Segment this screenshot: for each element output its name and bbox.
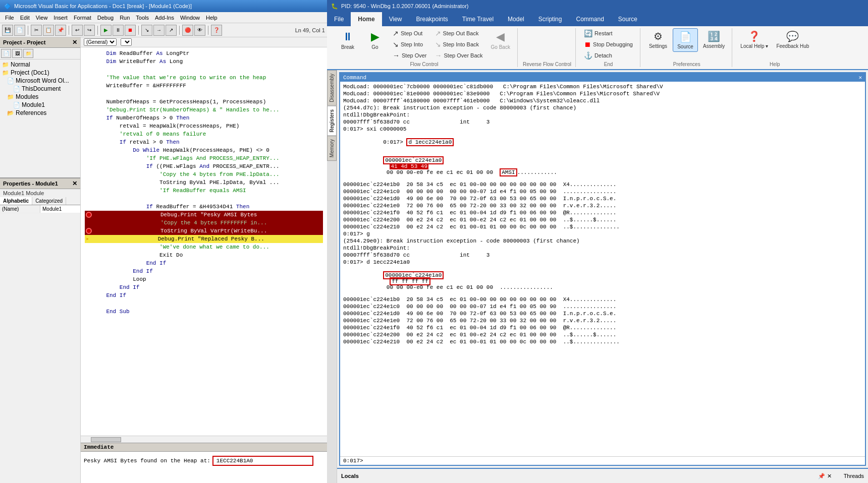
menu-insert[interactable]: Insert xyxy=(50,14,71,22)
toolbar-undo[interactable]: ↩ xyxy=(72,25,83,36)
project-toggle-folders[interactable]: 📁 xyxy=(23,49,33,58)
vba-window: 🔷 Microsoft Visual Basic for Application… xyxy=(0,0,327,483)
menu-tools[interactable]: Tools xyxy=(133,14,152,22)
tab-source[interactable]: Source xyxy=(611,12,644,26)
tree-node-modules[interactable]: 📁 Modules xyxy=(1,93,79,101)
step-into-back-button[interactable]: ↘ Step Into Back xyxy=(432,39,486,49)
menu-format[interactable]: Format xyxy=(71,14,94,22)
go-back-label: Go Back xyxy=(491,44,510,50)
tree-node-thisdocument[interactable]: 📄 ThisDocument xyxy=(1,85,79,93)
go-button[interactable]: ▶ Go xyxy=(362,28,388,52)
tree-node-normal[interactable]: 📁 Normal xyxy=(1,61,79,69)
tab-home[interactable]: Home xyxy=(351,12,382,26)
tree-node-references[interactable]: 📂 References xyxy=(1,109,79,117)
props-tab-alphabetic[interactable]: Alphabetic xyxy=(0,197,32,205)
code-line: End If xyxy=(85,259,323,267)
code-selector-right[interactable] xyxy=(121,38,132,46)
feedback-hub-button[interactable]: 💬 Feedback Hub xyxy=(773,28,812,51)
step-out-button[interactable]: ↗ Step Out xyxy=(390,28,430,38)
toolbar-step-over[interactable]: → xyxy=(153,25,165,36)
toolbar-watch[interactable]: 👁 xyxy=(194,25,205,36)
menu-file[interactable]: File xyxy=(2,14,17,22)
toolbar-paste[interactable]: 📌 xyxy=(55,25,66,36)
stop-debug-button[interactable]: ⏹ Stop Debugging xyxy=(581,39,636,49)
cmd-line: ModLoad: 00007fff`46180000 00007fff`461e… xyxy=(343,98,862,105)
source-button[interactable]: 📄 Source xyxy=(673,28,698,52)
step-over-back-button[interactable]: → Step Over Back xyxy=(432,50,486,61)
toolbar-pause[interactable]: ⏸ xyxy=(113,25,124,36)
step-into-button[interactable]: ↘ Step Into xyxy=(390,39,430,49)
props-tab-categorized[interactable]: Categorized xyxy=(32,197,66,205)
code-selector-left[interactable]: (General) xyxy=(84,38,117,46)
menu-help[interactable]: Help xyxy=(203,14,221,22)
menu-addins[interactable]: Add-Ins xyxy=(152,14,177,22)
tab-model[interactable]: Model xyxy=(501,12,531,26)
vba-menu-bar: File Edit View Insert Format Debug Run T… xyxy=(0,12,327,23)
project-view-object[interactable]: 🖼 xyxy=(12,49,22,58)
local-help-button[interactable]: ❓ Local Help ▾ xyxy=(737,28,771,51)
code-line: Do While HeapWalk(ProcessHeaps, PHE) <> … xyxy=(85,146,323,154)
menu-window[interactable]: Window xyxy=(177,14,203,22)
step-into-icon: ↘ xyxy=(393,40,399,48)
detach-label: Detach xyxy=(594,52,612,58)
tab-timetravel[interactable]: Time Travel xyxy=(455,12,501,26)
toolbar-save[interactable]: 💾 xyxy=(2,25,13,36)
cmd-dump-line: 000001ec`c224e200 00 e2 24 c2 ec 01 00-e… xyxy=(343,217,862,224)
ribbon-content: ⏸ Break ▶ Go ↗ Step Out xyxy=(327,26,868,69)
project-view-code[interactable]: 📄 xyxy=(1,49,11,58)
immediate-text: Pesky AMSI Bytes found on the Heap at: xyxy=(84,458,210,464)
menu-debug[interactable]: Debug xyxy=(94,14,117,22)
code-line: End If xyxy=(85,291,323,299)
ribbon-group-end: 🔄 Restart ⏹ Stop Debugging ⚓ Detach xyxy=(577,28,640,67)
bottom-close-icon[interactable]: ✕ xyxy=(827,473,832,479)
toolbar-help[interactable]: ❓ xyxy=(211,25,222,36)
toolbar-step-into[interactable]: ↘ xyxy=(141,25,152,36)
tree-node-module1[interactable]: 📄 Module1 xyxy=(1,101,79,109)
toolbar-cut[interactable]: ✂ xyxy=(31,25,42,36)
cmd-body[interactable]: ModLoad: 0000001ec`7cb0000 0000001ec`c81… xyxy=(340,82,865,456)
tab-scripting[interactable]: Scripting xyxy=(531,12,569,26)
step-into-back-label: Step Into Back xyxy=(443,41,479,47)
props-close-button[interactable]: ✕ xyxy=(72,180,77,187)
props-name-val[interactable]: Module1 xyxy=(40,205,80,213)
toolbar-run[interactable]: ▶ xyxy=(100,25,112,36)
code-line: 'If ReadBuffer equals AMSI xyxy=(85,187,323,195)
cmd-final-prompt: 0:017> xyxy=(343,458,363,464)
assembly-button[interactable]: 🔢 Assembly xyxy=(700,28,728,51)
break-button[interactable]: ⏸ Break xyxy=(335,28,360,52)
toolbar-redo[interactable]: ↪ xyxy=(84,25,95,36)
toolbar-stop[interactable]: ⏹ xyxy=(125,25,136,36)
project-close-button[interactable]: ✕ xyxy=(72,39,77,46)
cmd-dump-line: 000001ec`c224e1b0 20 58 34 c5 ec 01 00-0… xyxy=(343,182,862,189)
tree-node-msword[interactable]: 📄 Microsoft Word Ol... xyxy=(1,77,79,85)
vba-title-bar: 🔷 Microsoft Visual Basic for Application… xyxy=(0,0,327,12)
settings-button[interactable]: ⚙ Settings xyxy=(645,28,671,51)
menu-run[interactable]: Run xyxy=(117,14,133,22)
code-scrollbar-h[interactable] xyxy=(81,436,327,443)
bottom-pin-icon[interactable]: 📌 xyxy=(818,473,825,479)
tab-file[interactable]: File xyxy=(327,12,351,26)
detach-button[interactable]: ⚓ Detach xyxy=(581,50,636,61)
toolbar-new[interactable]: 📄 xyxy=(14,25,25,36)
menu-edit[interactable]: Edit xyxy=(17,14,33,22)
go-back-button[interactable]: ◀ Go Back xyxy=(488,28,513,52)
tab-command[interactable]: Command xyxy=(569,12,611,26)
tab-view[interactable]: View xyxy=(382,12,409,26)
code-editor[interactable]: (General) Dim ReadBuffer As LongPtr Dim … xyxy=(81,37,327,483)
code-content[interactable]: Dim ReadBuffer As LongPtr Dim WriteBuffe… xyxy=(81,47,327,436)
cmd-input[interactable] xyxy=(365,458,862,464)
side-tab-memory[interactable]: Memory xyxy=(327,136,337,161)
cmd-close-button[interactable]: ✕ xyxy=(858,74,862,81)
side-tab-registers[interactable]: Registers xyxy=(327,106,337,136)
toolbar-copy[interactable]: 📋 xyxy=(43,25,54,36)
tree-node-project[interactable]: 📁 Project (Doc1) xyxy=(1,69,79,77)
toolbar-step-out[interactable]: ↗ xyxy=(166,25,177,36)
side-tab-disassembly[interactable]: Disassembly xyxy=(327,70,337,106)
cmd-dump-line: 000001ec`c224e1d0 49 00 6e 00 70 00 72-0… xyxy=(343,311,862,318)
step-over-button[interactable]: → Step Over xyxy=(390,50,430,61)
menu-view[interactable]: View xyxy=(33,14,51,22)
restart-button[interactable]: 🔄 Restart xyxy=(581,28,636,38)
toolbar-breakpoint[interactable]: 🔴 xyxy=(182,25,193,36)
tab-breakpoints[interactable]: Breakpoints xyxy=(409,12,455,26)
step-out-back-button[interactable]: ↗ Step Out Back xyxy=(432,28,486,38)
